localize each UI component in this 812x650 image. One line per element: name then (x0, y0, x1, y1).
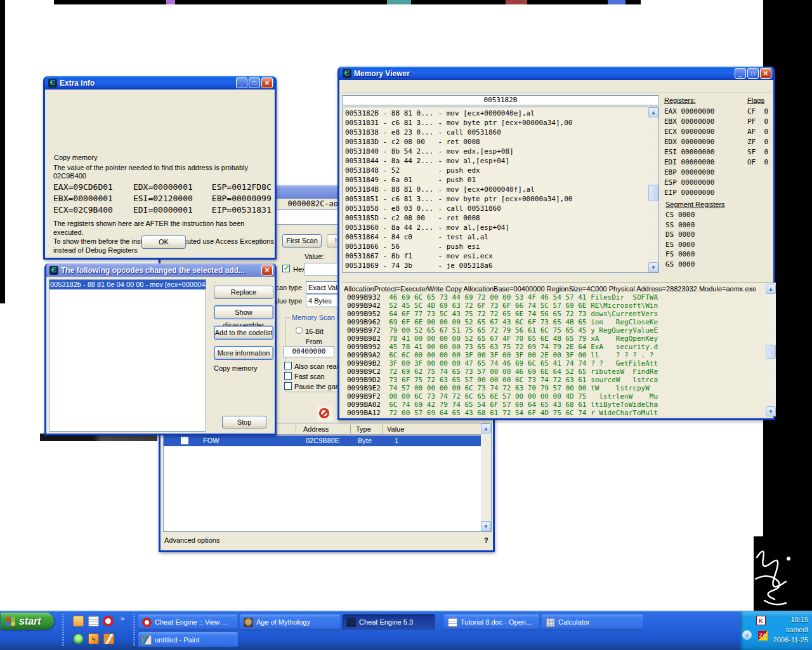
hex-row[interactable]: 0099B932 46 69 6C 65 73 44 69 72 00 00 5… (347, 293, 776, 302)
disassembler-scrollbar[interactable]: ▲ ▼ (648, 107, 658, 272)
quicklaunch-overflow-chevron[interactable]: » (121, 614, 124, 622)
column-address[interactable]: Address (303, 425, 329, 433)
readonly-checkbox[interactable] (284, 362, 292, 369)
tray-zonealarm-icon[interactable]: ZA (758, 631, 768, 640)
quicklaunch-folder-icon[interactable] (73, 616, 84, 627)
disasm-row[interactable]: 00531840 - 8b 54 2... - mov edx,[esp+08] (345, 147, 658, 156)
hex-row[interactable]: 0099B992 45 78 41 00 00 00 73 65 63 75 7… (347, 343, 776, 351)
maximize-button[interactable]: □ (249, 77, 260, 88)
toolbar-grip[interactable] (133, 614, 135, 647)
disasm-row[interactable]: 0053185D - c2 08 00 - ret 0008 (345, 213, 658, 223)
task-button[interactable]: untitled - Paint (138, 632, 238, 647)
task-button[interactable]: Calculator (542, 614, 643, 630)
show-disassembler-button[interactable]: Show disassembler (214, 305, 273, 319)
from-input[interactable]: 00400000 (284, 346, 334, 357)
disasm-row[interactable]: 00531869 - 74 3b - je 005318a6 (345, 261, 658, 270)
add-to-codelist-button[interactable]: Add to the codelist (214, 326, 273, 340)
hex-row[interactable]: 0099B952 64 6F 77 73 5C 43 75 72 72 65 6… (347, 310, 776, 318)
quicklaunch-winamp-icon[interactable]: ϟ (88, 633, 99, 644)
disasm-row[interactable]: 00531858 - e8 03 0... - call 00531860 (345, 204, 658, 213)
more-information-button[interactable]: More information (214, 346, 273, 360)
menu-item[interactable] (375, 85, 384, 88)
tray-clock[interactable]: 10:15 samedi 2006-11-25 (773, 614, 808, 645)
disasm-row[interactable]: 0053183D - c2 08 00 - ret 0008 (345, 137, 658, 147)
cancel-scan-button[interactable] (317, 406, 332, 421)
tray-kaspersky-icon[interactable]: K (756, 616, 766, 625)
flag-item: PF 0 (747, 117, 768, 127)
hex-row[interactable]: 0099B982 78 41 00 00 00 00 52 65 67 4F 7… (347, 335, 776, 343)
opcode-list[interactable]: 0053182b - 88 81 0e 04 00 00 - mov [ecx+… (49, 279, 206, 432)
fast-scan-checkbox[interactable] (284, 372, 292, 380)
disasm-row[interactable]: 00531831 - c6 81 3... - mov byte ptr [ec… (345, 118, 658, 128)
extra-info-titlebar[interactable]: Є Extra info _ □ ✕ (45, 76, 275, 90)
advanced-options-link[interactable]: Advanced options (164, 536, 219, 544)
hex-row[interactable]: 0099B9D2 73 6F 75 72 63 65 57 00 00 00 6… (347, 376, 776, 384)
segment-item: GS 0000 (665, 260, 695, 270)
menu-item[interactable] (366, 85, 375, 88)
16bit-radio[interactable] (296, 327, 303, 334)
hex-row[interactable]: 0099B9F2 00 00 6C 73 74 72 6C 65 6E 57 0… (347, 392, 776, 401)
hex-row[interactable]: 0099B962 69 6F 6E 00 00 00 52 65 67 43 6… (347, 318, 776, 326)
disassembler-pane[interactable]: 0053182B - 88 81 0... - mov [ecx+0000040… (342, 107, 659, 273)
ok-button[interactable]: OK (141, 235, 186, 249)
task-button[interactable]: Age of Mythology (240, 614, 340, 630)
address-bar-input[interactable]: 0053182B (342, 95, 659, 105)
hex-row[interactable]: 0099B9A2 6C 6C 00 00 00 00 3F 00 3F 00 3… (347, 351, 776, 359)
disasm-row[interactable]: 00531849 - 6a 01 - push 01 (345, 175, 658, 185)
column-type[interactable]: Type (356, 425, 371, 433)
stop-button[interactable]: Stop (222, 416, 266, 428)
hexview-pane[interactable]: AllocationProtect=Execute/Write Copy All… (342, 282, 776, 416)
hex-row[interactable]: 0099B942 52 45 5C 4D 69 63 72 6F 73 6F 6… (347, 302, 776, 310)
hex-row[interactable]: 0099BA12 72 00 57 69 64 65 43 68 61 72 5… (347, 409, 776, 416)
menu-item[interactable] (339, 85, 348, 88)
pause-game-checkbox[interactable] (284, 382, 292, 390)
replace-button[interactable]: Replace (214, 286, 273, 299)
close-button[interactable]: ✕ (261, 265, 273, 275)
toolbar-grip[interactable] (62, 614, 64, 647)
start-button[interactable]: start (1, 613, 54, 630)
hex-row[interactable]: 0099BA02 6C 74 69 42 79 74 65 54 6F 57 6… (347, 401, 776, 409)
menu-item[interactable] (384, 85, 393, 88)
column-value[interactable]: Value (387, 425, 404, 433)
close-button[interactable]: ✕ (261, 77, 273, 88)
quicklaunch-swoosh-icon[interactable] (103, 633, 114, 644)
quicklaunch-messenger-icon[interactable] (73, 633, 84, 644)
hex-row[interactable]: 0099B972 79 00 52 65 67 51 75 65 72 79 5… (347, 326, 776, 335)
minimize-button[interactable]: _ (236, 77, 247, 88)
address-list-scrollbar[interactable]: ▲ ▼ (481, 423, 491, 531)
memory-viewer-titlebar[interactable]: Є Memory Viewer _ □ ✕ (339, 67, 773, 80)
opcode-list-item[interactable]: 0053182b - 88 81 0e 04 00 00 - mov [ecx+… (49, 280, 206, 289)
disasm-row[interactable]: 00531867 - 8b f1 - mov esi,ecx (345, 251, 658, 261)
hex-row[interactable]: 0099B9B2 3F 00 3F 00 00 00 47 65 74 46 6… (347, 359, 776, 368)
quicklaunch-opera-icon[interactable] (103, 616, 114, 627)
hex-checkbox[interactable] (282, 265, 290, 272)
tray-chevron-button[interactable]: ‹ (742, 630, 752, 640)
task-button[interactable]: Tutorial 8.doc - Open... (444, 614, 539, 630)
freeze-checkbox[interactable] (181, 437, 188, 444)
disasm-row[interactable]: 00531851 - c6 81 3... - mov byte ptr [ec… (345, 194, 658, 204)
hexview-scrollbar[interactable]: ▲ ▼ (766, 284, 776, 416)
disasm-row[interactable]: 00531844 - 8a 44 2... - mov al,[esp+04] (345, 156, 658, 166)
disasm-row[interactable]: 0053184B - 88 81 0... - mov [ecx+0000040… (345, 185, 658, 194)
disasm-row[interactable]: 00531864 - 84 c0 - test al,al (345, 232, 658, 242)
task-button[interactable]: Cheat Engine 5.3 (343, 614, 435, 630)
minimize-button[interactable]: _ (735, 68, 746, 79)
address-row-fow[interactable]: FOW 02C9B80E Byte 1 (164, 435, 481, 446)
opcodes-titlebar[interactable]: Є The following opcodes changed the sele… (46, 263, 275, 277)
register-item: EIP 00000000 (664, 188, 714, 198)
disasm-row[interactable]: 00531866 - 56 - push esi (345, 242, 658, 251)
quicklaunch-document-icon[interactable] (88, 616, 99, 627)
close-button[interactable]: ✕ (760, 68, 771, 79)
menu-item[interactable] (348, 85, 357, 88)
task-button[interactable]: Cheat Engine :: View ... (138, 614, 237, 630)
disasm-row[interactable]: 00531848 - 52 - push edx (345, 166, 658, 175)
help-link[interactable]: ? (484, 536, 488, 544)
maximize-button[interactable]: □ (747, 68, 759, 79)
hex-row[interactable]: 0099B9C2 72 69 62 75 74 65 73 57 00 00 4… (347, 368, 776, 376)
disasm-row[interactable]: 0053182B - 88 81 0... - mov [ecx+0000040… (345, 109, 658, 118)
hex-row[interactable]: 0099B9E2 74 57 00 00 00 00 6C 73 74 72 6… (347, 384, 776, 392)
menu-item[interactable] (357, 85, 366, 88)
disasm-row[interactable]: 00531860 - 8a 44 2... - mov al,[esp+04] (345, 223, 658, 232)
disasm-row[interactable]: 00531838 - e8 23 0... - call 00531860 (345, 128, 658, 137)
first-scan-button[interactable]: First Scan (282, 234, 322, 248)
